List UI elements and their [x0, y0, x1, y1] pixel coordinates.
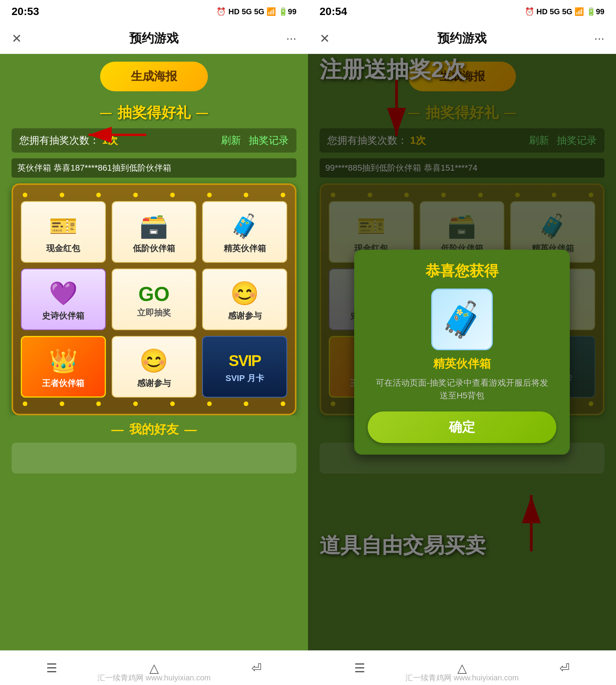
modal-desc: 可在活动页面-抽奖记录中查看游戏开服后将发送至H5背包 [368, 376, 556, 402]
dot-lb-3 [96, 401, 101, 406]
dot-left-4 [133, 193, 138, 197]
dot-left-6 [207, 193, 212, 197]
dot-row-left-bottom [21, 401, 287, 406]
thanks1-icon: 😊 [230, 280, 259, 307]
lottery-cell-svip[interactable]: SVIP SVIP 月卡 [202, 336, 287, 398]
nav-bar-right: ✕ 预约游戏 ··· [308, 23, 616, 54]
epicbox-icon: 💜 [49, 280, 78, 307]
modal-title: 恭喜您获得 [368, 261, 556, 281]
thanks1-name: 感谢参与 [228, 310, 262, 322]
dot-lb-6 [207, 401, 212, 406]
friends-section-left: — 我的好友 — [12, 415, 296, 477]
signal-left: HD 5G 5G 📶 🔋99 [228, 7, 296, 16]
go-text: GO [139, 282, 170, 306]
lottery-cell-hongbao[interactable]: 🎫 现金红包 [21, 201, 106, 263]
dot-left-2 [60, 193, 64, 197]
red-arrow-left [77, 119, 154, 150]
watermark-left: 汇一续青鸡网 www.huiyixian.com [0, 673, 308, 683]
dot-left-8 [281, 193, 285, 197]
lottery-cell-epicbox[interactable]: 💜 史诗伙伴箱 [21, 269, 106, 330]
lowbox-icon: 🗃️ [139, 212, 168, 240]
lottery-cell-elitebox[interactable]: 🧳 精英伙伴箱 [202, 201, 287, 263]
dot-row-left [21, 193, 287, 197]
elitebox-icon: 🧳 [230, 212, 259, 240]
right-phone-panel: 20:54 ⏰ HD 5G 5G 📶 🔋99 ✕ 预约游戏 ··· 生成海报 —… [308, 0, 616, 685]
poster-button-left[interactable]: 生成海报 [100, 62, 208, 91]
friends-dash-1: — [111, 423, 124, 437]
history-btn-left[interactable]: 抽奖记录 [249, 134, 289, 147]
left-phone-panel: 20:53 ⏰ HD 5G 5G 📶 🔋99 ✕ 预约游戏 ··· 生成海报 —… [0, 0, 308, 685]
svip-name: SVIP 月卡 [226, 373, 264, 384]
svip-icon: SVIP [229, 352, 261, 369]
friends-title-left: — 我的好友 — [12, 421, 296, 438]
epicbox-name: 史诗伙伴箱 [42, 310, 84, 322]
status-icons-left: ⏰ HD 5G 5G 📶 🔋99 [216, 7, 296, 16]
lottery-cell-thanks2[interactable]: 😊 感谢参与 [112, 336, 197, 398]
friends-label-left: 我的好友 [129, 421, 179, 438]
section-title-left: — 抽奖得好礼 — [12, 103, 296, 123]
dot-lb-8 [281, 401, 285, 406]
thanks2-name: 感谢参与 [137, 378, 171, 389]
dot-lb-5 [170, 401, 175, 406]
lottery-section-left: — 抽奖得好礼 — 您拥有抽奖次数： 1次 刷新 抽奖记录 英伙伴箱 恭喜187… [0, 95, 308, 650]
content-left: 生成海报 — 抽奖得好礼 — 您拥有抽奖次数： 1次 刷新 抽奖记录 [0, 54, 308, 650]
battery-icon-left: ⏰ [216, 7, 226, 16]
modal-prize-image: 🧳 [431, 289, 493, 350]
nav-title-right: 预约游戏 [437, 30, 487, 47]
nav-bar-left: ✕ 预约游戏 ··· [0, 23, 308, 54]
more-icon-right[interactable]: ··· [594, 31, 604, 45]
refresh-btn-left[interactable]: 刷新 [221, 134, 241, 147]
modal-prize-name: 精英伙伴箱 [368, 356, 556, 372]
dot-left-3 [96, 193, 101, 197]
modal-prize-icon: 🧳 [440, 299, 484, 340]
kingbox-name: 王者伙伴箱 [42, 378, 84, 389]
dot-lb-1 [23, 401, 27, 406]
friends-dash-2: — [184, 423, 197, 437]
thanks2-icon: 😊 [139, 347, 168, 374]
close-icon-right[interactable]: ✕ [320, 31, 330, 46]
hongbao-name: 现金红包 [46, 243, 80, 254]
lowbox-name: 低阶伙伴箱 [133, 243, 175, 254]
dot-lb-2 [60, 401, 64, 406]
lottery-cell-go[interactable]: GO 立即抽奖 [112, 269, 197, 330]
lottery-grid-left: 🎫 现金红包 🗃️ 低阶伙伴箱 🧳 精英伙伴箱 💜 [21, 201, 287, 398]
lottery-cell-kingbox[interactable]: 👑 王者伙伴箱 [21, 336, 106, 398]
poster-area-left: 生成海报 [0, 54, 308, 95]
dot-left-7 [244, 193, 248, 197]
modal-box: 恭喜您获得 🧳 精英伙伴箱 可在活动页面-抽奖记录中查看游戏开服后将发送至H5背… [354, 250, 570, 455]
close-icon-left[interactable]: ✕ [12, 31, 22, 46]
modal-overlay: 恭喜您获得 🧳 精英伙伴箱 可在活动页面-抽奖记录中查看游戏开服后将发送至H5背… [308, 54, 616, 650]
lottery-count-bar-left: 您拥有抽奖次数： 1次 刷新 抽奖记录 [12, 128, 296, 153]
status-icons-right: ⏰ HD 5G 5G 📶 🔋99 [525, 7, 604, 16]
lottery-cell-lowbox[interactable]: 🗃️ 低阶伙伴箱 [112, 201, 197, 263]
dash-left-1: — [100, 106, 112, 119]
hongbao-icon: 🎫 [49, 212, 78, 240]
count-actions-left: 刷新 抽奖记录 [221, 134, 289, 147]
status-right-icons: ⏰ HD 5G 5G 📶 🔋99 [525, 7, 604, 16]
friends-placeholder-left [12, 443, 296, 473]
dot-lb-7 [244, 401, 248, 406]
more-icon-left[interactable]: ··· [286, 31, 296, 45]
kingbox-icon: 👑 [49, 347, 78, 374]
lottery-cell-thanks1[interactable]: 😊 感谢参与 [202, 269, 287, 330]
dot-left-1 [23, 193, 27, 197]
status-bar-left: 20:53 ⏰ HD 5G 5G 📶 🔋99 [0, 0, 308, 23]
lottery-grid-container-left: 🎫 现金红包 🗃️ 低阶伙伴箱 🧳 精英伙伴箱 💜 [12, 183, 296, 415]
status-bar-right: 20:54 ⏰ HD 5G 5G 📶 🔋99 [308, 0, 616, 23]
go-sub: 立即抽奖 [137, 307, 171, 319]
dot-left-5 [170, 193, 175, 197]
dash-left-2: — [196, 106, 208, 119]
modal-confirm-button[interactable]: 确定 [368, 411, 556, 443]
nav-title-left: 预约游戏 [129, 30, 179, 47]
ticker-left: 英伙伴箱 恭喜187****861抽到低阶伙伴箱 [12, 158, 296, 178]
elitebox-name: 精英伙伴箱 [224, 243, 266, 254]
time-right: 20:54 [320, 5, 347, 18]
dot-lb-4 [133, 401, 138, 406]
time-left: 20:53 [12, 5, 39, 18]
watermark-right: 汇一续青鸡网 www.huiyixian.com [308, 673, 616, 683]
